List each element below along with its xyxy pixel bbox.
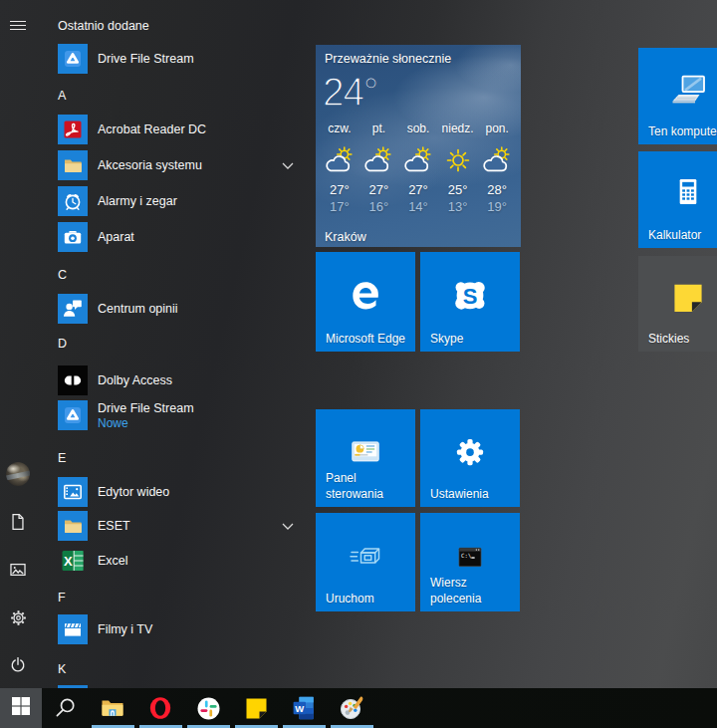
windows-logo-icon bbox=[12, 697, 30, 719]
tile-skype[interactable]: SSkype bbox=[420, 252, 520, 352]
video-icon bbox=[58, 477, 88, 507]
drive-icon bbox=[58, 44, 88, 74]
pictures-icon bbox=[9, 561, 27, 579]
chevron-down-icon[interactable] bbox=[281, 508, 295, 544]
app-list-section-header: A bbox=[58, 86, 66, 106]
app-item-centrum-opinii[interactable]: Centrum opinii bbox=[48, 291, 309, 327]
app-item-drive-file-stream[interactable]: Drive File Stream bbox=[48, 41, 309, 77]
tile-wiersz-polecenia[interactable]: C:\ Wiersz polecenia bbox=[420, 513, 520, 611]
weather-day-name: pt. bbox=[359, 122, 399, 135]
app-item-drive-file-stream[interactable]: Drive File StreamNowe bbox=[48, 398, 309, 442]
weather-day-low: 16° bbox=[359, 199, 399, 214]
acrobat-icon bbox=[58, 115, 88, 144]
app-item-label: Alarmy i zegar bbox=[98, 183, 177, 219]
app-item-label: Edytor wideo bbox=[98, 474, 169, 510]
power-icon bbox=[9, 656, 27, 674]
camera-icon bbox=[58, 222, 88, 252]
taskbar-paint-3d-button[interactable] bbox=[328, 688, 375, 728]
app-item-alarmy-i-zegar[interactable]: Alarmy i zegar bbox=[48, 183, 309, 219]
taskbar: W bbox=[0, 688, 717, 728]
stickies-icon bbox=[672, 282, 705, 315]
rail-button-pictures[interactable] bbox=[0, 546, 48, 594]
taskbar-opera-button[interactable] bbox=[136, 688, 184, 728]
app-item-excel[interactable]: XExcel bbox=[48, 543, 309, 579]
tile-kalkulator[interactable]: Kalkulator bbox=[638, 151, 717, 248]
taskbar-sticky-notes-button[interactable] bbox=[232, 688, 280, 728]
app-list-section-header: K bbox=[58, 659, 66, 679]
user-avatar bbox=[6, 462, 30, 486]
chevron-down-icon[interactable] bbox=[281, 147, 295, 183]
weather-day: pon. 28°19° bbox=[477, 122, 517, 220]
weather-sun-cloud-icon bbox=[398, 143, 438, 176]
calculator-icon bbox=[668, 174, 708, 214]
movies-icon bbox=[58, 614, 88, 644]
app-item-label: Drive File Stream bbox=[98, 41, 194, 77]
app-item-aparat[interactable]: Aparat bbox=[48, 219, 309, 255]
weather-day-high: 27° bbox=[320, 183, 359, 197]
control-panel-icon bbox=[351, 438, 380, 468]
app-list-section-header: D bbox=[58, 334, 67, 354]
taskbar-search-button[interactable] bbox=[42, 688, 90, 728]
tile-ten-komputer[interactable]: Ten komputer bbox=[638, 48, 717, 144]
app-list-section-header: Ostatnio dodane bbox=[58, 16, 149, 36]
hamburger-bar bbox=[10, 29, 26, 31]
expand-menu-button[interactable] bbox=[0, 0, 48, 48]
weather-day-high: 27° bbox=[359, 183, 399, 197]
rail-button-power[interactable] bbox=[0, 641, 48, 688]
settings-gear-icon bbox=[452, 434, 489, 471]
weather-day-low: 17° bbox=[320, 199, 359, 214]
svg-text:X: X bbox=[64, 554, 73, 569]
weather-day-name: niedz. bbox=[438, 122, 478, 135]
app-item-label: Acrobat Reader DC bbox=[98, 112, 206, 147]
tile-panel-sterowania[interactable]: Panel sterowania bbox=[316, 409, 415, 507]
tile-ustawienia[interactable]: Ustawienia bbox=[420, 409, 520, 507]
tile-label: Panel sterowania bbox=[326, 471, 411, 502]
weather-day: czw. 27°17° bbox=[320, 122, 359, 220]
screen: Ostatnio dodane Drive File StreamA Acrob… bbox=[0, 0, 717, 728]
skype-icon: S bbox=[448, 274, 492, 318]
tile-uruchom[interactable]: Uruchom bbox=[316, 513, 415, 611]
weather-forecast: czw. 27°17°pt. 27°16°sob. 27°14°niedz. 2… bbox=[320, 122, 517, 220]
app-item-akcesoria-systemu[interactable]: Akcesoria systemu bbox=[48, 147, 309, 183]
taskbar-file-explorer-button[interactable] bbox=[89, 688, 136, 728]
feedback-icon bbox=[58, 294, 88, 324]
rail-button-user[interactable] bbox=[0, 450, 48, 498]
weather-sun-icon bbox=[438, 143, 478, 176]
weather-day-low: 13° bbox=[438, 199, 478, 214]
computer-icon bbox=[667, 72, 709, 110]
weather-day-high: 27° bbox=[398, 183, 438, 197]
app-item-label: Centrum opinii bbox=[98, 291, 178, 327]
app-item-dolby-access[interactable]: Dolby Access bbox=[48, 363, 309, 398]
weather-sun-cloud-icon bbox=[477, 143, 517, 176]
alarm-icon bbox=[58, 186, 88, 216]
settings-icon bbox=[9, 608, 27, 626]
app-item-eset[interactable]: ESET bbox=[48, 508, 309, 544]
app-item-filmy-i-tv[interactable]: Filmy i TV bbox=[48, 611, 309, 647]
rail-button-settings[interactable] bbox=[0, 594, 48, 641]
hamburger-bar bbox=[10, 21, 26, 23]
svg-text:W: W bbox=[295, 703, 304, 714]
tile-weather[interactable]: Przeważnie słonecznie 24° czw. 27°17°pt.… bbox=[316, 45, 521, 247]
start-menu-rail bbox=[0, 0, 48, 688]
tile-label: Ten komputer bbox=[648, 124, 717, 140]
weather-day-low: 14° bbox=[398, 199, 438, 214]
app-item-label: Filmy i TV bbox=[98, 611, 152, 647]
app-item-acrobat-reader-dc[interactable]: Acrobat Reader DC bbox=[48, 112, 309, 147]
sticky-notes-icon bbox=[246, 698, 267, 719]
rail-button-documents[interactable] bbox=[0, 498, 48, 546]
tile-label: Wiersz polecenia bbox=[430, 576, 516, 607]
run-icon bbox=[349, 544, 382, 571]
weather-city: Kraków bbox=[325, 230, 366, 244]
start-button[interactable] bbox=[0, 688, 42, 728]
app-item-edytor-wideo[interactable]: Edytor wideo bbox=[48, 474, 309, 510]
folder-icon bbox=[58, 511, 88, 541]
documents-icon bbox=[9, 513, 27, 531]
folder-icon bbox=[58, 150, 88, 180]
taskbar-word-button[interactable]: W bbox=[280, 688, 328, 728]
tile-stickies[interactable]: Stickies bbox=[638, 256, 717, 352]
taskbar-slack-button[interactable] bbox=[184, 688, 232, 728]
opera-icon bbox=[147, 695, 173, 721]
tile-microsoft-edge[interactable]: Microsoft Edge bbox=[316, 252, 415, 352]
weather-day-high: 25° bbox=[438, 183, 478, 197]
weather-day-low: 19° bbox=[477, 199, 517, 214]
